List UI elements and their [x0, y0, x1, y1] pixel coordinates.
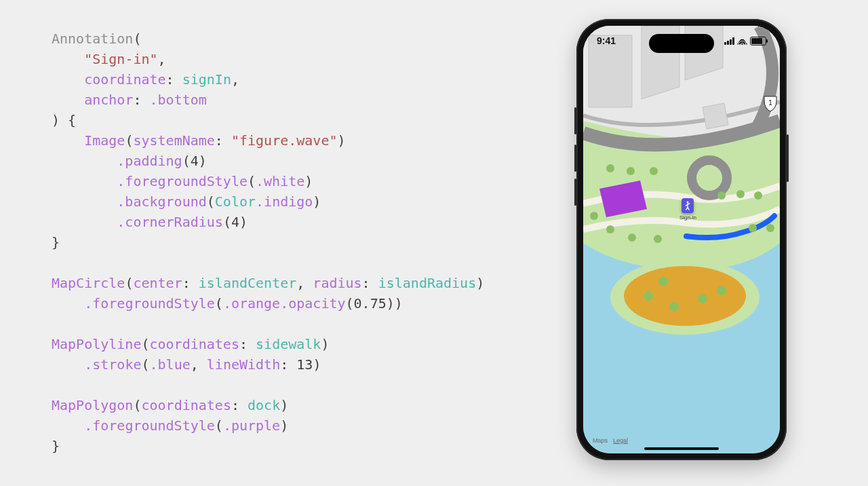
padding-arg: 4: [191, 153, 199, 169]
side-power-button: [787, 134, 789, 182]
color-type: Color: [215, 193, 256, 210]
svg-point-12: [628, 233, 636, 242]
opacity-arg: 0.75: [354, 295, 387, 312]
legal-link[interactable]: Legal: [613, 437, 628, 444]
action-button: [574, 179, 576, 206]
purple-value: .purple: [223, 417, 280, 434]
systemname-label: systemName: [133, 132, 214, 149]
cornerradius-arg: 4: [231, 214, 239, 230]
map-annotation[interactable]: Sign-in: [679, 198, 696, 221]
svg-marker-5: [703, 103, 728, 129]
sidewalk-var: sidewalk: [256, 336, 321, 352]
svg-point-10: [590, 212, 598, 220]
dock-var: dock: [248, 397, 280, 413]
opacity-modifier: .opacity: [280, 295, 345, 312]
anchor-label: anchor: [84, 92, 133, 108]
dynamic-island: [649, 34, 714, 53]
figure-wave-icon: [682, 198, 694, 213]
coordinates-label: coordinates: [150, 336, 239, 352]
anchor-value: .bottom: [150, 92, 207, 108]
svg-point-17: [749, 224, 757, 232]
white-value: .white: [256, 173, 304, 189]
svg-point-14: [717, 191, 726, 200]
fgstyle-modifier-2: .foregroundStyle: [84, 295, 215, 312]
svg-point-23: [658, 276, 668, 286]
mappolygon-call: MapPolygon: [52, 397, 133, 413]
slide-stage: Annotation( "Sign-in", coordinate: signI…: [0, 0, 868, 486]
map-attribution: Maps Legal: [593, 436, 628, 444]
cornerradius-modifier: .cornerRadius: [117, 214, 223, 230]
wifi-icon: [737, 37, 747, 45]
status-icons: [724, 37, 766, 45]
mappolyline-call: MapPolyline: [52, 336, 141, 352]
systemname-str: "figure.wave": [231, 132, 338, 149]
background-modifier: .background: [117, 193, 206, 210]
radius-label: radius: [313, 275, 361, 291]
stroke-modifier: .stroke: [84, 356, 141, 373]
orange-value: .orange: [223, 295, 280, 312]
svg-point-19: [644, 291, 653, 301]
linewidth-label: lineWidth: [207, 356, 280, 373]
fgstyle-modifier: .foregroundStyle: [117, 173, 248, 189]
map-annotation-label: Sign-in: [679, 214, 696, 221]
route-shield-number: 1: [768, 99, 772, 107]
padding-modifier: .padding: [117, 153, 182, 169]
phone-screen[interactable]: 9:41: [583, 26, 780, 453]
svg-point-7: [606, 164, 614, 172]
radius-var: islandRadius: [378, 275, 477, 291]
svg-point-24: [687, 202, 689, 204]
volume-up-button: [574, 107, 576, 134]
svg-point-20: [669, 302, 679, 312]
svg-point-16: [754, 191, 762, 200]
svg-point-13: [654, 235, 662, 243]
fgstyle-modifier-3: .foregroundStyle: [84, 417, 215, 434]
map-circle-overlay: [624, 266, 746, 326]
volume-down-button: [574, 145, 576, 172]
blue-value: .blue: [150, 356, 191, 373]
coordinate-var: signIn: [182, 71, 231, 88]
annotation-call: Annotation: [52, 31, 133, 47]
coordinates-label-2: coordinates: [141, 397, 231, 413]
svg-point-22: [717, 286, 726, 295]
svg-point-15: [736, 190, 745, 198]
svg-point-11: [606, 225, 614, 233]
svg-point-9: [650, 167, 658, 175]
svg-point-21: [698, 294, 707, 303]
annotation-title-str: "Sign-in": [84, 51, 157, 67]
status-time: 9:41: [597, 35, 616, 46]
home-indicator[interactable]: [644, 447, 719, 450]
mapcircle-call: MapCircle: [52, 275, 125, 291]
svg-point-18: [766, 224, 774, 232]
linewidth-val: 13: [296, 356, 313, 373]
svg-point-8: [627, 167, 635, 175]
indigo-prop: .indigo: [256, 193, 313, 210]
center-label: center: [133, 275, 182, 291]
apple-maps-logo: Maps: [593, 436, 608, 444]
cellular-signal-icon: [724, 37, 734, 45]
image-call: Image: [84, 132, 125, 149]
map-canvas[interactable]: 1: [583, 26, 780, 453]
coordinate-label: coordinate: [84, 71, 165, 88]
battery-icon: [750, 37, 766, 45]
iphone-device-frame: 9:41: [576, 19, 787, 460]
swift-code-block: Annotation( "Sign-in", coordinate: signI…: [52, 29, 540, 456]
center-var: islandCenter: [199, 275, 297, 291]
